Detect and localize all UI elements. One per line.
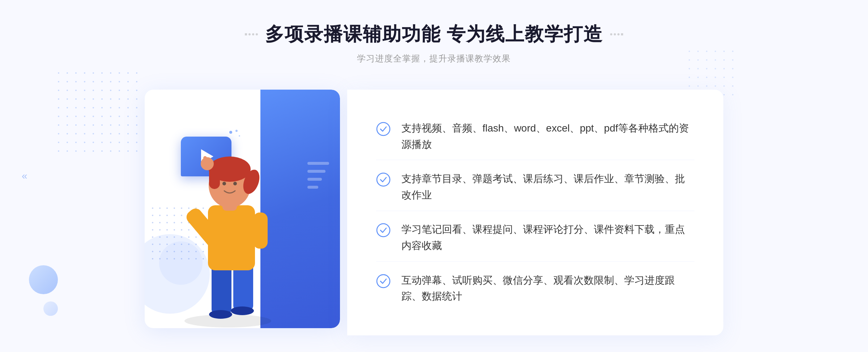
svg-point-20 bbox=[377, 123, 390, 136]
chevron-left-icon: « bbox=[22, 171, 27, 181]
page-subtitle: 学习进度全掌握，提升录播课教学效果 bbox=[245, 53, 623, 64]
decorative-circle-small bbox=[43, 301, 58, 316]
deco-lines-right bbox=[307, 162, 329, 189]
svg-point-21 bbox=[377, 173, 390, 186]
feature-item-2: 支持章节目录、弹题考试、课后练习、课后作业、章节测验、批改作业 bbox=[376, 164, 694, 211]
content-area: (function() { const grids = document.que… bbox=[145, 82, 723, 335]
decorative-dots-left: (function() { const container = document… bbox=[58, 72, 142, 156]
svg-rect-19 bbox=[203, 156, 207, 166]
side-arrows-left: « bbox=[22, 171, 27, 181]
svg-point-23 bbox=[377, 275, 390, 288]
title-row: 多项录播课辅助功能 专为线上教学打造 bbox=[245, 22, 623, 47]
svg-point-18 bbox=[201, 157, 214, 170]
left-decorator bbox=[245, 33, 258, 35]
feature-text-1: 支持视频、音频、flash、word、excel、ppt、pdf等各种格式的资源… bbox=[401, 120, 694, 153]
person-illustration bbox=[145, 90, 340, 328]
left-panel: (function() { const grids = document.que… bbox=[145, 82, 354, 335]
svg-point-22 bbox=[377, 224, 390, 237]
page-wrapper: (function() { const container = document… bbox=[0, 0, 868, 352]
check-circle-icon-2 bbox=[376, 172, 391, 187]
svg-point-16 bbox=[222, 182, 226, 185]
feature-text-2: 支持章节目录、弹题考试、课后练习、课后作业、章节测验、批改作业 bbox=[401, 171, 694, 203]
svg-rect-14 bbox=[209, 167, 220, 189]
feature-item-1: 支持视频、音频、flash、word、excel、ppt、pdf等各种格式的资源… bbox=[376, 113, 694, 160]
feature-item-3: 学习笔记回看、课程提问、课程评论打分、课件资料下载，重点内容收藏 bbox=[376, 214, 694, 262]
svg-point-7 bbox=[231, 306, 254, 315]
feature-text-3: 学习笔记回看、课程提问、课程评论打分、课件资料下载，重点内容收藏 bbox=[401, 222, 694, 254]
check-circle-icon-4 bbox=[376, 274, 391, 288]
header-section: 多项录播课辅助功能 专为线上教学打造 学习进度全掌握，提升录播课教学效果 bbox=[245, 22, 623, 64]
check-circle-icon-1 bbox=[376, 122, 391, 136]
right-decorator bbox=[610, 33, 623, 35]
illustration-card: (function() { const grids = document.que… bbox=[145, 90, 340, 328]
svg-point-17 bbox=[233, 182, 237, 185]
right-panel: 支持视频、音频、flash、word、excel、ppt、pdf等各种格式的资源… bbox=[347, 90, 723, 335]
page-title: 多项录播课辅助功能 专为线上教学打造 bbox=[265, 22, 603, 47]
decorative-circle-left bbox=[29, 265, 58, 294]
svg-rect-10 bbox=[253, 213, 268, 249]
feature-item-4: 互动弹幕、试听购买、微信分享、观看次数限制、学习进度跟踪、数据统计 bbox=[376, 265, 694, 312]
check-circle-icon-3 bbox=[376, 223, 391, 237]
svg-rect-4 bbox=[212, 263, 231, 314]
svg-point-6 bbox=[209, 310, 232, 319]
feature-text-4: 互动弹幕、试听购买、微信分享、观看次数限制、学习进度跟踪、数据统计 bbox=[401, 272, 694, 305]
